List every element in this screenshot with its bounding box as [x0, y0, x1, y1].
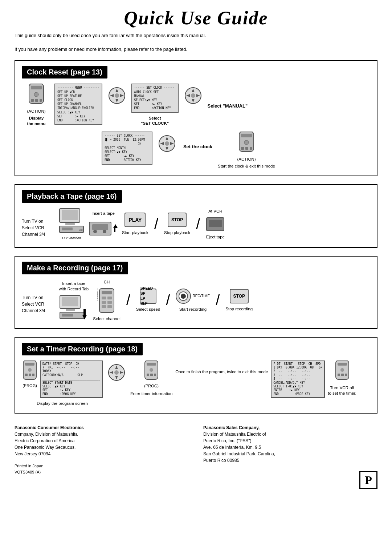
insert-tape-step: Insert a tape [89, 211, 118, 237]
print-line-2: VQTS3409 (A) [15, 469, 189, 475]
action-label-2: (ACTION) [237, 157, 256, 162]
prog-remote-icon-2 [143, 360, 159, 382]
svg-rect-85 [345, 374, 347, 376]
stop-playback-label: Stop playback [164, 230, 190, 235]
slash-rec-3: / [216, 292, 220, 309]
svg-rect-52 [102, 291, 112, 294]
set-clock2-screen: ------ SET CLOCK ------ 1▌ = 2000 TUE 12… [102, 132, 152, 164]
clock-section-header: Clock Reset (page 13) [22, 66, 107, 78]
svg-rect-77 [147, 374, 149, 376]
prog-remote-icon-3 [334, 360, 350, 382]
prog-label-1: (PROG) [22, 383, 38, 388]
eject-step: At VCR Eject tape [206, 209, 225, 240]
svg-point-39 [103, 230, 106, 233]
svg-rect-37 [92, 224, 108, 230]
svg-rect-4 [35, 99, 38, 102]
intro-text-1: This guide should only be used once you … [15, 32, 377, 39]
stop-button-icon: STOP [168, 213, 187, 227]
svg-rect-55 [102, 301, 106, 304]
set-clock-screen: ------ SET CLOCK ------ AUTO CLOCK SET M… [131, 84, 179, 112]
svg-rect-65 [25, 374, 28, 376]
turn-off-step: Turn VCR off to set the timer. [328, 360, 356, 396]
recording-section: Make a Recording (page 17) Turn TV on Se… [15, 256, 377, 329]
svg-rect-1 [31, 86, 42, 89]
start-clock-label: Start the clock & exit this mode [218, 164, 275, 169]
select-manual-step: Select "MANUAL" [208, 102, 248, 109]
svg-rect-3 [31, 99, 34, 102]
prog-label-2: (PROG) [144, 384, 159, 388]
footer-left-col3: Electric Corporation of America [15, 438, 189, 444]
rec-time-label-text: REC/TIME [192, 294, 210, 298]
insert-tape-rec-label: Insert a tape with Record Tab [59, 281, 89, 292]
svg-rect-57 [102, 305, 106, 308]
clock-step5: (ACTION) Start the clock & exit this mod… [218, 132, 275, 169]
svg-rect-79 [154, 374, 156, 376]
svg-text:CHANNELS: CHANNELS [97, 289, 98, 301]
svg-point-26 [244, 140, 249, 145]
svg-rect-28 [245, 147, 248, 150]
insert-tape-label: Insert a tape [91, 211, 115, 216]
playback-left-labels: Turn TV on Select VCR Channel 3/4 [22, 218, 54, 238]
footer-left-col2: Company, Division of Matsushita [15, 431, 189, 438]
recording-left-labels: Turn TV on Select VCR Channel 3/4 [22, 294, 54, 314]
ch-label: CH [104, 279, 110, 285]
svg-point-73 [114, 370, 119, 375]
set-clock-label-step: Set the clock [181, 142, 214, 150]
at-vcr-label: At VCR [208, 209, 222, 214]
footer-left: Panasonic Consumer Electronics Company, … [15, 424, 189, 489]
start-recording-label: Start recording [179, 307, 207, 312]
intro-text-2: If you have any problems or need more in… [15, 46, 377, 53]
stop-rec-icon: STOP [230, 289, 249, 303]
turn-off-label: Turn VCR off to set the timer. [328, 385, 356, 396]
start-playback-label: Start playback [122, 230, 148, 235]
footer-left-col1: Panasonic Consumer Electronics [15, 424, 189, 431]
action-label-1: (ACTION) [27, 109, 45, 114]
svg-text:Our: Our [79, 228, 84, 231]
speed-label: SPEED SP LP SLP [140, 286, 156, 306]
action-remote-icon-2 [237, 132, 256, 155]
stop-playback-step: STOP Stop playback [164, 213, 190, 235]
speed-selector-step: SPEED SP LP SLP Select speed [136, 289, 160, 312]
svg-point-2 [34, 92, 38, 97]
once-finish-step: Once to finish the program, twice to exi… [175, 368, 268, 375]
svg-rect-54 [107, 297, 112, 299]
svg-rect-32 [65, 223, 75, 225]
svg-rect-50 [83, 309, 86, 315]
clock-dpad-1 [106, 87, 128, 104]
svg-rect-29 [250, 147, 252, 150]
clock-dpad-2 [182, 87, 204, 104]
play-button-icon: PLAY [124, 213, 146, 227]
svg-point-23 [165, 141, 169, 146]
rec-tv-vcr-icon [59, 295, 88, 320]
svg-rect-34 [62, 227, 73, 230]
svg-point-61 [181, 294, 186, 299]
dpad-icon-timer [108, 364, 125, 381]
set-clock2-screen-step: ------ SET CLOCK ------ 1▌ = 2000 TUE 12… [102, 132, 152, 164]
svg-point-76 [150, 368, 153, 372]
svg-point-38 [93, 230, 97, 233]
stop-recording-label: Stop recording [225, 306, 253, 312]
tape-insert-icon [89, 219, 118, 237]
stop-rec-step: STOP Stop recording [225, 289, 253, 312]
our-vacation-text: Our Vacation [62, 236, 81, 241]
svg-rect-66 [29, 374, 31, 376]
svg-rect-78 [150, 374, 153, 376]
enter-timer-label: Enter timer information [130, 391, 172, 396]
tv-icon: Our [59, 208, 84, 233]
rec-button-step: REC/TIME Start recording [176, 289, 210, 312]
tv-vcr-icon-step: Our Our Vacation [59, 208, 84, 241]
playback-section: Playback a Tape (page 16) Turn TV on Sel… [15, 184, 377, 248]
svg-rect-45 [62, 297, 78, 306]
footer-right-col4: Ave. 65 de Infantería, Km. 9.5 [203, 444, 377, 451]
clock-step1: (ACTION) Displaythe menu [22, 84, 51, 126]
enter-timer-step: (PROG) Enter timer information [130, 360, 172, 396]
select-channel-label: Select channel [93, 316, 120, 322]
play-step: PLAY Start playback [122, 213, 148, 235]
timer-section: Set a Timer Recording (page 18) (PROG) D… [15, 337, 377, 414]
svg-point-82 [340, 368, 344, 372]
slash-2: / [196, 216, 200, 232]
svg-rect-43 [209, 220, 222, 227]
menu-screen-step: --------- MENU --------- SET UP VCR SET … [54, 84, 102, 125]
footer-right: Panasonic Sales Company, Division of Mat… [203, 424, 377, 489]
channel-selector-icon: CHANNELS [97, 288, 116, 313]
